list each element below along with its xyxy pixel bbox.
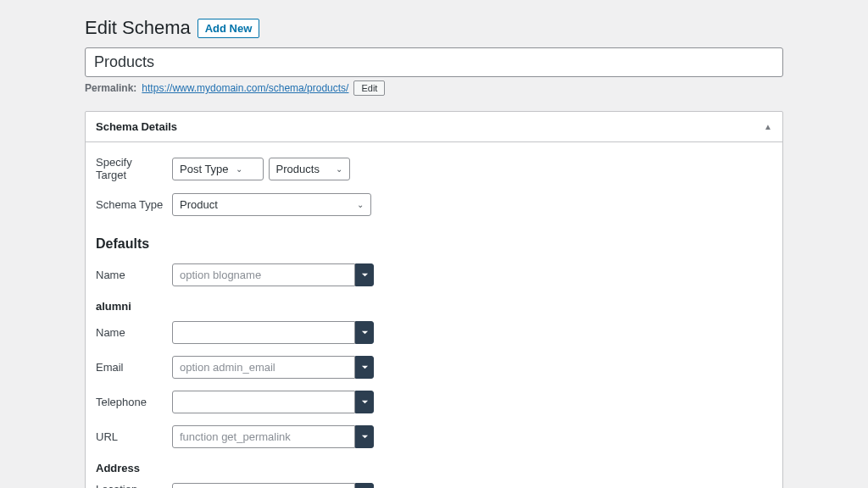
alumni-name-row: Name bbox=[96, 321, 772, 344]
chevron-down-icon bbox=[361, 398, 369, 406]
specify-target-row: Specify Target Post Type ⌄ Products ⌄ bbox=[96, 156, 772, 181]
metabox-title: Schema Details bbox=[96, 120, 177, 133]
alumni-url-dropdown-button[interactable] bbox=[355, 425, 374, 448]
schema-type-value: Product bbox=[180, 198, 218, 211]
schema-type-select[interactable]: Product ⌄ bbox=[172, 193, 371, 216]
alumni-telephone-input[interactable] bbox=[172, 391, 355, 413]
add-new-button[interactable]: Add New bbox=[198, 19, 260, 38]
permalink-label: Permalink: bbox=[85, 82, 136, 94]
target-value-text: Products bbox=[276, 163, 320, 175]
page-title: Edit Schema bbox=[85, 17, 191, 39]
defaults-heading: Defaults bbox=[96, 236, 772, 252]
collapse-icon[interactable]: ▲ bbox=[764, 122, 772, 131]
schema-details-metabox: Schema Details ▲ Specify Target Post Typ… bbox=[85, 111, 783, 488]
alumni-url-input[interactable] bbox=[172, 425, 355, 448]
defaults-name-row: Name bbox=[96, 263, 772, 286]
alumni-name-dropdown-button[interactable] bbox=[355, 321, 374, 344]
address-location-row: Location (City, Province) bbox=[96, 483, 772, 488]
chevron-down-icon bbox=[361, 433, 369, 441]
alumni-email-input[interactable] bbox=[172, 356, 355, 379]
address-location-input[interactable] bbox=[172, 483, 355, 488]
defaults-name-label: Name bbox=[96, 269, 172, 281]
chevron-down-icon: ⌄ bbox=[236, 164, 242, 174]
page-header: Edit Schema Add New bbox=[85, 17, 783, 39]
alumni-heading: alumni bbox=[96, 300, 772, 313]
schema-type-row: Schema Type Product ⌄ bbox=[96, 193, 772, 216]
alumni-telephone-label: Telephone bbox=[96, 396, 172, 408]
defaults-name-input[interactable] bbox=[172, 263, 355, 286]
alumni-url-label: URL bbox=[96, 430, 172, 443]
address-location-label: Location (City, Province) bbox=[96, 483, 172, 488]
alumni-email-label: Email bbox=[96, 361, 172, 374]
address-heading: Address bbox=[96, 462, 772, 474]
target-value-select[interactable]: Products ⌄ bbox=[269, 158, 350, 180]
alumni-telephone-dropdown-button[interactable] bbox=[355, 391, 374, 413]
permalink-row: Permalink: https://www.mydomain.com/sche… bbox=[85, 80, 783, 96]
chevron-down-icon bbox=[361, 363, 369, 371]
permalink-link[interactable]: https://www.mydomain.com/schema/products… bbox=[142, 82, 348, 94]
alumni-telephone-row: Telephone bbox=[96, 391, 772, 413]
alumni-name-label: Name bbox=[96, 326, 172, 339]
chevron-down-icon bbox=[361, 329, 369, 336]
chevron-down-icon: ⌄ bbox=[336, 164, 342, 174]
address-location-dropdown-button[interactable] bbox=[355, 483, 374, 488]
alumni-email-row: Email bbox=[96, 356, 772, 379]
chevron-down-icon: ⌄ bbox=[357, 200, 364, 209]
defaults-name-dropdown-button[interactable] bbox=[355, 263, 374, 286]
chevron-down-icon bbox=[361, 271, 369, 279]
specify-target-label: Specify Target bbox=[96, 156, 172, 181]
metabox-header: Schema Details ▲ bbox=[86, 112, 782, 142]
alumni-name-input[interactable] bbox=[172, 321, 355, 344]
title-input[interactable] bbox=[85, 47, 783, 77]
target-post-type-select[interactable]: Post Type ⌄ bbox=[172, 158, 264, 180]
schema-type-label: Schema Type bbox=[96, 198, 172, 211]
alumni-email-dropdown-button[interactable] bbox=[355, 356, 374, 379]
edit-permalink-button[interactable]: Edit bbox=[353, 80, 385, 96]
alumni-url-row: URL bbox=[96, 425, 772, 448]
target-post-type-value: Post Type bbox=[180, 163, 229, 175]
